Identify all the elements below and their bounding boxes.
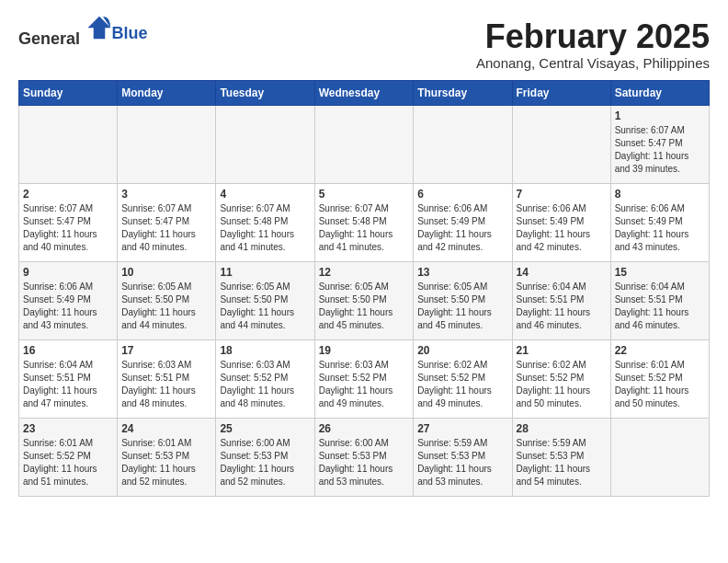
month-title: February 2025 xyxy=(476,18,710,55)
title-area: February 2025 Anonang, Central Visayas, … xyxy=(476,18,710,71)
calendar-cell: 3Sunrise: 6:07 AM Sunset: 5:47 PM Daylig… xyxy=(118,183,216,261)
day-number: 20 xyxy=(417,344,507,357)
day-info: Sunrise: 6:06 AM Sunset: 5:49 PM Dayligh… xyxy=(517,202,607,254)
calendar-cell: 2Sunrise: 6:07 AM Sunset: 5:47 PM Daylig… xyxy=(19,183,118,261)
weekday-header-thursday: Thursday xyxy=(414,80,512,105)
calendar-cell: 7Sunrise: 6:06 AM Sunset: 5:49 PM Daylig… xyxy=(512,183,610,261)
day-number: 7 xyxy=(517,188,607,201)
calendar-cell xyxy=(414,105,512,183)
calendar-cell: 10Sunrise: 6:05 AM Sunset: 5:50 PM Dayli… xyxy=(118,261,216,339)
day-number: 12 xyxy=(319,266,410,279)
calendar-cell: 9Sunrise: 6:06 AM Sunset: 5:49 PM Daylig… xyxy=(19,261,118,339)
calendar-week-2: 2Sunrise: 6:07 AM Sunset: 5:47 PM Daylig… xyxy=(19,183,710,261)
day-info: Sunrise: 6:03 AM Sunset: 5:52 PM Dayligh… xyxy=(319,359,410,410)
weekday-header-friday: Friday xyxy=(512,80,610,105)
weekday-header-saturday: Saturday xyxy=(610,80,709,105)
calendar-cell: 23Sunrise: 6:01 AM Sunset: 5:52 PM Dayli… xyxy=(19,418,118,496)
day-info: Sunrise: 5:59 AM Sunset: 5:53 PM Dayligh… xyxy=(417,437,507,488)
calendar-cell xyxy=(610,418,709,496)
calendar-table: SundayMondayTuesdayWednesdayThursdayFrid… xyxy=(18,80,710,497)
calendar-cell: 12Sunrise: 6:05 AM Sunset: 5:50 PM Dayli… xyxy=(314,261,414,339)
day-info: Sunrise: 6:01 AM Sunset: 5:53 PM Dayligh… xyxy=(121,437,211,488)
calendar-week-4: 16Sunrise: 6:04 AM Sunset: 5:51 PM Dayli… xyxy=(19,339,710,418)
calendar-cell xyxy=(314,105,414,183)
day-info: Sunrise: 6:05 AM Sunset: 5:50 PM Dayligh… xyxy=(220,281,310,332)
day-number: 22 xyxy=(615,344,705,357)
day-info: Sunrise: 6:03 AM Sunset: 5:51 PM Dayligh… xyxy=(121,359,211,410)
logo: General Blue xyxy=(18,18,148,49)
day-number: 4 xyxy=(220,188,310,201)
day-number: 25 xyxy=(220,422,310,435)
day-info: Sunrise: 6:07 AM Sunset: 5:47 PM Dayligh… xyxy=(615,124,705,176)
calendar-cell: 17Sunrise: 6:03 AM Sunset: 5:51 PM Dayli… xyxy=(118,339,216,418)
day-number: 21 xyxy=(517,344,607,357)
calendar-cell: 26Sunrise: 6:00 AM Sunset: 5:53 PM Dayli… xyxy=(314,418,414,496)
calendar-cell: 5Sunrise: 6:07 AM Sunset: 5:48 PM Daylig… xyxy=(314,183,414,261)
day-number: 17 xyxy=(121,344,211,357)
location-subtitle: Anonang, Central Visayas, Philippines xyxy=(476,55,710,71)
day-number: 18 xyxy=(220,344,310,357)
calendar-cell: 27Sunrise: 5:59 AM Sunset: 5:53 PM Dayli… xyxy=(414,418,512,496)
day-info: Sunrise: 6:01 AM Sunset: 5:52 PM Dayligh… xyxy=(23,437,113,488)
day-number: 10 xyxy=(121,266,211,279)
weekday-header-row: SundayMondayTuesdayWednesdayThursdayFrid… xyxy=(19,80,710,105)
calendar-cell: 11Sunrise: 6:05 AM Sunset: 5:50 PM Dayli… xyxy=(216,261,314,339)
day-info: Sunrise: 6:02 AM Sunset: 5:52 PM Dayligh… xyxy=(517,359,607,410)
day-info: Sunrise: 6:07 AM Sunset: 5:48 PM Dayligh… xyxy=(319,202,410,254)
day-number: 28 xyxy=(517,422,607,435)
day-info: Sunrise: 6:06 AM Sunset: 5:49 PM Dayligh… xyxy=(615,202,705,254)
logo-general: General xyxy=(18,29,80,48)
calendar-week-3: 9Sunrise: 6:06 AM Sunset: 5:49 PM Daylig… xyxy=(19,261,710,339)
day-number: 1 xyxy=(615,109,705,122)
day-info: Sunrise: 6:04 AM Sunset: 5:51 PM Dayligh… xyxy=(615,281,705,332)
day-info: Sunrise: 6:06 AM Sunset: 5:49 PM Dayligh… xyxy=(417,202,507,254)
calendar-cell: 21Sunrise: 6:02 AM Sunset: 5:52 PM Dayli… xyxy=(512,339,610,418)
day-number: 5 xyxy=(319,188,410,201)
calendar-cell: 24Sunrise: 6:01 AM Sunset: 5:53 PM Dayli… xyxy=(118,418,216,496)
calendar-cell: 15Sunrise: 6:04 AM Sunset: 5:51 PM Dayli… xyxy=(610,261,709,339)
day-number: 2 xyxy=(23,188,113,201)
weekday-header-monday: Monday xyxy=(118,80,216,105)
day-info: Sunrise: 6:02 AM Sunset: 5:52 PM Dayligh… xyxy=(417,359,507,410)
header: General Blue February 2025 Anonang, Cent… xyxy=(18,18,710,71)
calendar-cell: 25Sunrise: 6:00 AM Sunset: 5:53 PM Dayli… xyxy=(216,418,314,496)
weekday-header-sunday: Sunday xyxy=(19,80,118,105)
calendar-cell xyxy=(118,105,216,183)
calendar-cell: 4Sunrise: 6:07 AM Sunset: 5:48 PM Daylig… xyxy=(216,183,314,261)
day-number: 13 xyxy=(417,266,507,279)
day-info: Sunrise: 6:00 AM Sunset: 5:53 PM Dayligh… xyxy=(220,437,310,488)
day-info: Sunrise: 6:06 AM Sunset: 5:49 PM Dayligh… xyxy=(23,281,113,332)
day-info: Sunrise: 6:07 AM Sunset: 5:47 PM Dayligh… xyxy=(121,202,211,254)
calendar-week-5: 23Sunrise: 6:01 AM Sunset: 5:52 PM Dayli… xyxy=(19,418,710,496)
day-info: Sunrise: 6:01 AM Sunset: 5:52 PM Dayligh… xyxy=(615,359,705,410)
day-number: 11 xyxy=(220,266,310,279)
day-number: 23 xyxy=(23,422,113,435)
day-number: 14 xyxy=(517,266,607,279)
calendar-cell: 6Sunrise: 6:06 AM Sunset: 5:49 PM Daylig… xyxy=(414,183,512,261)
calendar-cell xyxy=(19,105,118,183)
day-info: Sunrise: 6:07 AM Sunset: 5:48 PM Dayligh… xyxy=(220,202,310,254)
weekday-header-tuesday: Tuesday xyxy=(216,80,314,105)
calendar-cell xyxy=(216,105,314,183)
day-number: 6 xyxy=(417,188,507,201)
day-info: Sunrise: 6:04 AM Sunset: 5:51 PM Dayligh… xyxy=(517,281,607,332)
day-info: Sunrise: 6:03 AM Sunset: 5:52 PM Dayligh… xyxy=(220,359,310,410)
logo-blue: Blue xyxy=(112,24,148,42)
day-number: 8 xyxy=(615,188,705,201)
day-info: Sunrise: 5:59 AM Sunset: 5:53 PM Dayligh… xyxy=(517,437,607,488)
calendar-cell: 20Sunrise: 6:02 AM Sunset: 5:52 PM Dayli… xyxy=(414,339,512,418)
day-info: Sunrise: 6:05 AM Sunset: 5:50 PM Dayligh… xyxy=(121,281,211,332)
day-number: 19 xyxy=(319,344,410,357)
weekday-header-wednesday: Wednesday xyxy=(314,80,414,105)
day-info: Sunrise: 6:05 AM Sunset: 5:50 PM Dayligh… xyxy=(319,281,410,332)
day-info: Sunrise: 6:07 AM Sunset: 5:47 PM Dayligh… xyxy=(23,202,113,254)
logo-icon xyxy=(86,15,112,40)
day-number: 16 xyxy=(23,344,113,357)
day-number: 15 xyxy=(615,266,705,279)
calendar-cell: 13Sunrise: 6:05 AM Sunset: 5:50 PM Dayli… xyxy=(414,261,512,339)
calendar-cell: 14Sunrise: 6:04 AM Sunset: 5:51 PM Dayli… xyxy=(512,261,610,339)
day-number: 26 xyxy=(319,422,410,435)
calendar-cell: 1Sunrise: 6:07 AM Sunset: 5:47 PM Daylig… xyxy=(610,105,709,183)
day-number: 27 xyxy=(417,422,507,435)
day-info: Sunrise: 6:00 AM Sunset: 5:53 PM Dayligh… xyxy=(319,437,410,488)
